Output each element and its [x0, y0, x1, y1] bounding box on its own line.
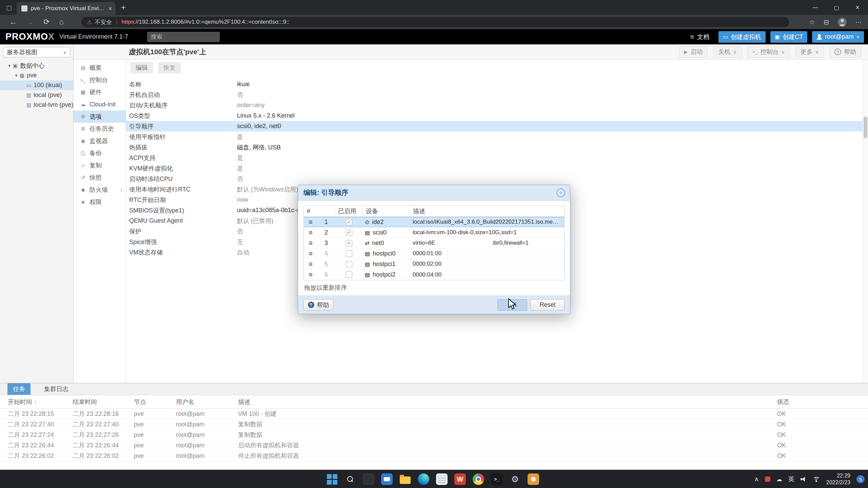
- shutdown-button[interactable]: 关机 ∨: [713, 46, 742, 58]
- favorites-star-icon[interactable]: ☆: [809, 18, 815, 26]
- column-user[interactable]: 用户名: [176, 398, 238, 406]
- menu-item-firewall[interactable]: ◆防火墙›: [74, 184, 126, 196]
- tab-close-icon[interactable]: ×: [108, 5, 112, 13]
- enabled-checkbox[interactable]: ✓: [346, 261, 352, 267]
- tab-cluster-log[interactable]: 集群日志: [39, 383, 74, 395]
- menu-item-permissions[interactable]: ◈权限: [74, 196, 126, 208]
- help-button[interactable]: ? 帮助: [829, 46, 861, 58]
- revert-button[interactable]: 恢复: [158, 62, 181, 73]
- console-button[interactable]: >_ 控制台 ∨: [747, 46, 790, 58]
- menu-item-console[interactable]: >_控制台: [74, 74, 126, 86]
- dialog-close-icon[interactable]: ×: [556, 188, 565, 197]
- tree-item-vm-100[interactable]: ▭ 100 (ikuai): [0, 80, 73, 90]
- enabled-checkbox[interactable]: ✓: [346, 240, 352, 246]
- search-input[interactable]: [147, 32, 220, 42]
- create-ct-button[interactable]: ▣ 创建CT: [770, 31, 807, 43]
- input-language-indicator[interactable]: 英: [788, 475, 794, 483]
- view-selector[interactable]: 服务器视图 ∨: [3, 47, 70, 57]
- edge-browser-button[interactable]: [416, 471, 431, 487]
- profile-avatar[interactable]: [838, 18, 847, 26]
- option-row-start-at-boot[interactable]: 开机自启动否: [126, 89, 863, 100]
- column-status[interactable]: 状态: [777, 398, 868, 406]
- mail-app-button[interactable]: [380, 471, 394, 487]
- file-explorer-button[interactable]: [398, 471, 412, 487]
- maximize-button[interactable]: ▢: [826, 0, 847, 15]
- drag-handle-icon[interactable]: ≡: [304, 250, 317, 258]
- option-row-kvm[interactable]: KVM硬件虚拟化是: [126, 163, 863, 174]
- search-button[interactable]: [343, 471, 357, 487]
- menu-item-snapshots[interactable]: ↺快照: [74, 171, 126, 184]
- split-layout-icon[interactable]: ⊟: [824, 18, 829, 26]
- tree-item-storage-local[interactable]: ▥ local (pve): [0, 90, 73, 100]
- task-row[interactable]: 二月 23 22:28:15二月 23 22:28:16pveroot@pamV…: [0, 409, 868, 419]
- home-icon[interactable]: ⌂: [59, 18, 63, 26]
- option-row-name[interactable]: 名称ikuai: [126, 79, 863, 89]
- settings-app-button[interactable]: ⚙: [508, 471, 522, 487]
- browser-menu-icon[interactable]: ⋯: [855, 18, 862, 26]
- help-button[interactable]: ? 帮助: [303, 299, 333, 311]
- enabled-checkbox[interactable]: ✓: [346, 219, 352, 225]
- drag-handle-icon[interactable]: ≡: [304, 260, 317, 268]
- tree-caret-icon[interactable]: ▾: [7, 63, 12, 68]
- task-row[interactable]: 二月 23 22:27:40二月 23 22:27:40pveroot@pam复…: [0, 419, 868, 430]
- user-menu-button[interactable]: root@pam ∨: [812, 31, 864, 43]
- browser-window-icon[interactable]: ▢: [6, 4, 12, 12]
- drag-handle-icon[interactable]: ≡: [304, 239, 317, 247]
- wps-app-button[interactable]: W: [453, 471, 467, 487]
- more-button[interactable]: 更多 ∨: [795, 46, 824, 58]
- address-bar[interactable]: ⚠ 不安全 | https ://192.168.1.2:8006/#v1:0:…: [81, 17, 789, 27]
- back-icon[interactable]: ←: [9, 18, 17, 26]
- tray-app-icon[interactable]: [765, 476, 770, 482]
- close-button[interactable]: ✕: [847, 0, 868, 15]
- notification-badge[interactable]: 5: [856, 475, 865, 483]
- boot-entry-hostpci0[interactable]: ≡ 4 ✓ ▤hostpci0 0000:01:00: [304, 248, 564, 259]
- column-start-time[interactable]: 开始时间↓: [8, 398, 73, 406]
- boot-entry-scsi0[interactable]: ≡ 2 ✓ ▤scsi0 local-lvm:vm-100-disk-0,siz…: [304, 227, 564, 238]
- refresh-icon[interactable]: ⟳: [43, 18, 50, 26]
- volume-icon[interactable]: [801, 477, 807, 482]
- dialog-header[interactable]: 编辑: 引导顺序 ×: [298, 185, 570, 201]
- notepad-app-button[interactable]: [435, 471, 449, 487]
- tree-item-storage-local-lvm[interactable]: ▥ local-lvm (pve): [0, 100, 73, 110]
- scrollbar-thumb[interactable]: [864, 117, 867, 138]
- menu-item-monitor[interactable]: ◉监视器: [74, 135, 126, 147]
- scrollbar[interactable]: [863, 60, 868, 383]
- menu-item-options[interactable]: ⚙选项: [74, 110, 126, 123]
- chrome-browser-button[interactable]: [471, 471, 486, 487]
- option-row-tablet-pointer[interactable]: 使用平板指针是: [126, 131, 863, 142]
- utility-app-button[interactable]: [526, 471, 540, 487]
- tray-cloud-icon[interactable]: ☁: [776, 476, 782, 483]
- network-wifi-icon[interactable]: [813, 476, 820, 482]
- forward-icon[interactable]: →: [26, 18, 34, 26]
- menu-item-replication[interactable]: ▱复制: [74, 159, 126, 171]
- boot-entry-net0[interactable]: ≡ 3 ✓ ⇄net0 virtio=6Eibr0,firewall=1: [304, 238, 564, 248]
- enabled-checkbox[interactable]: ✓: [346, 250, 352, 257]
- option-row-hotplug[interactable]: 热插拔磁盘, 网络, USB: [126, 142, 863, 152]
- boot-entry-hostpci1[interactable]: ≡ 5 ✓ ▤hostpci1 0000:02:00: [304, 259, 564, 269]
- tab-tasks[interactable]: 任务: [7, 383, 31, 395]
- start-button[interactable]: [325, 471, 339, 487]
- boot-entry-hostpci2[interactable]: ≡ 6 ✓ ▤hostpci2 0000:04:00: [304, 269, 564, 280]
- option-row-boot-order[interactable]: 引导顺序scsi0, ide2, net0: [126, 121, 863, 131]
- documentation-button[interactable]: ≣ 文档: [686, 31, 714, 43]
- task-row[interactable]: 二月 23 22:26:44二月 23 22:26:44pveroot@pam启…: [0, 440, 868, 451]
- tray-expand-icon[interactable]: ∧: [754, 475, 759, 483]
- menu-item-summary[interactable]: ▤概要: [74, 62, 126, 74]
- column-description[interactable]: 描述: [238, 398, 777, 406]
- tree-caret-icon[interactable]: ▾: [14, 73, 19, 78]
- menu-item-backup[interactable]: ◫备份: [74, 147, 126, 159]
- enabled-checkbox[interactable]: ✓: [346, 229, 352, 236]
- option-row-os-type[interactable]: OS类型Linux 5.x - 2.6 Kernel: [126, 110, 863, 121]
- task-row[interactable]: 二月 23 22:27:24二月 23 22:27:26pveroot@pam复…: [0, 430, 868, 440]
- menu-item-cloud-init[interactable]: ☁Cloud-Init: [74, 98, 126, 110]
- option-row-startup-order[interactable]: 启动/关机顺序order=any: [126, 100, 863, 110]
- browser-tab[interactable]: pve - Proxmox Virtual Environm... ×: [17, 2, 116, 15]
- taskbar-clock[interactable]: 22:29 2022/2/23: [826, 472, 850, 486]
- column-node[interactable]: 节点: [134, 398, 176, 406]
- drag-handle-icon[interactable]: ≡: [304, 218, 317, 226]
- start-button[interactable]: ▶ 启动: [679, 46, 708, 58]
- boot-entry-ide2[interactable]: ≡ 1 ✓ ⊙ide2 local:iso/iKuai8_x64_3.6.0_B…: [304, 217, 564, 227]
- drag-handle-icon[interactable]: ≡: [304, 271, 317, 279]
- task-row[interactable]: 二月 23 22:26:02二月 23 22:26:02pveroot@pam停…: [0, 451, 868, 461]
- column-end-time[interactable]: 结束时间: [73, 398, 134, 406]
